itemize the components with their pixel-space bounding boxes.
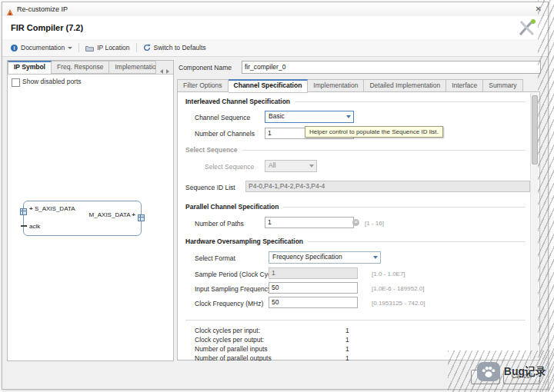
config-tab-bar: Filter Options Channel Specification Imp… (177, 78, 523, 92)
vertical-scrollbar[interactable] (530, 93, 539, 359)
documentation-label: Documentation (21, 44, 65, 51)
tab-implementation-details[interactable]: Implementation Details (109, 61, 156, 74)
summary-row-value: 1 (345, 345, 349, 353)
hardware-section-header: Hardware Oversampling Specification (185, 238, 526, 245)
cancel-button[interactable]: Cancel (503, 370, 540, 384)
switch-to-defaults-button[interactable]: Switch to Defaults (140, 44, 209, 51)
tab-interface[interactable]: Interface (446, 79, 483, 92)
dialog-footer: OK Cancel (2, 361, 548, 389)
parallel-section-header: Parallel Channel Specification (185, 203, 526, 211)
sequence-id-list-label: Sequence ID List (185, 184, 235, 191)
channel-sequence-select[interactable]: Basic (265, 111, 354, 123)
chevron-down-icon (346, 115, 351, 118)
tab-channel-specification[interactable]: Channel Specification (229, 79, 309, 93)
ip-location-label: IP Location (97, 44, 129, 51)
recustomize-ip-dialog: Re-customize IP ✕ FIR Compiler (7.2) i D… (2, 2, 549, 390)
dialog-toolbar: i Documentation IP Location Switch to De… (2, 39, 548, 57)
interleaved-section-header: Interleaved Channel Specification (185, 98, 526, 105)
number-of-paths-range: [1 - 16] (365, 220, 384, 227)
number-of-paths-label: Number of Paths (195, 220, 244, 228)
tab-filter-options[interactable]: Filter Options (177, 79, 229, 92)
chevron-down-icon (309, 164, 314, 168)
scroll-left-icon[interactable] (160, 69, 163, 74)
ip-location-button[interactable]: IP Location (82, 44, 132, 51)
clock-frequency-range: [0.1953125 - 742.0] (372, 300, 425, 307)
ok-button[interactable]: OK (471, 370, 500, 384)
chevron-down-icon (373, 256, 378, 259)
m-axis-data-port-label: M_AXIS_DATA + (89, 211, 135, 218)
tab-ip-symbol[interactable]: IP Symbol (8, 61, 52, 75)
summary-divider (185, 320, 526, 321)
summary-row-label: Number of parallel inputs (195, 345, 268, 353)
ip-symbol-block: + S_AXIS_DATA M_AXIS_DATA + aclk (23, 201, 142, 236)
scroll-right-icon[interactable] (166, 69, 169, 74)
tab-summary[interactable]: Summary (483, 79, 522, 92)
summary-row-value: 1 (345, 336, 349, 344)
folder-icon (85, 45, 94, 51)
title-bar: Re-customize IP ✕ (2, 2, 548, 17)
summary-row-value: 1 (345, 327, 349, 334)
configuration-panel: Component Name fir_compiler_0 Filter Opt… (177, 60, 539, 360)
input-sampling-frequency-input[interactable]: 50 (269, 282, 358, 294)
xilinx-logo (517, 18, 537, 41)
component-name-label: Component Name (179, 64, 232, 71)
toolbar-separator (78, 43, 79, 52)
switch-to-defaults-label: Switch to Defaults (154, 44, 206, 51)
component-name-input[interactable]: fir_compiler_0 (242, 61, 541, 74)
scrollbar-thumb[interactable] (532, 95, 538, 164)
channel-sequence-label: Channel Sequence (195, 114, 250, 121)
left-tab-bar: IP Symbol Freq. Response Implementation … (8, 61, 173, 75)
number-of-paths-input[interactable]: 1 (265, 217, 354, 228)
input-sampling-frequency-range: [1.0E-6 - 189952.0] (372, 285, 425, 292)
m-axis-port-icon[interactable] (138, 211, 145, 224)
tooltip: Helper control to populate the Sequence … (305, 126, 443, 138)
expand-plus-icon[interactable]: + (132, 211, 135, 218)
dialog-header: FIR Compiler (7.2) (2, 16, 548, 40)
refresh-icon (143, 44, 151, 51)
chevron-down-icon (68, 47, 72, 49)
toolbar-separator (136, 43, 137, 52)
show-disabled-ports-checkbox[interactable] (12, 78, 20, 87)
aclk-pin-icon[interactable] (21, 225, 27, 227)
close-icon[interactable]: ✕ (536, 4, 542, 14)
select-sequence-label: Select Sequence (205, 163, 254, 171)
s-axis-data-port-label: + S_AXIS_DATA (29, 205, 75, 212)
tab-implementation[interactable]: Implementation (308, 79, 364, 92)
reset-icon[interactable] (352, 219, 359, 226)
channel-specification-content: Interleaved Channel Specification Channe… (177, 91, 540, 360)
clock-frequency-label: Clock Frequency (MHz) (195, 300, 263, 307)
show-disabled-ports-label: Show disabled ports (22, 78, 82, 85)
sequence-id-list-field: P4-0,P4-1,P4-2,P4-3,P4-4 (245, 181, 530, 192)
select-sequence-select[interactable]: All (265, 160, 317, 172)
documentation-menu[interactable]: i Documentation (8, 44, 75, 51)
aclk-port-label: aclk (29, 223, 40, 230)
ip-symbol-panel: IP Symbol Freq. Response Implementation … (7, 60, 174, 361)
clock-frequency-input[interactable]: 50 (269, 297, 358, 308)
number-of-channels-label: Number of Channels (195, 130, 255, 138)
sample-period-input: 1 (269, 267, 358, 279)
page-title: FIR Compiler (7.2) (11, 23, 83, 32)
tab-freq-response[interactable]: Freq. Response (52, 61, 109, 74)
s-axis-port-icon[interactable] (20, 204, 27, 218)
select-sequence-section-header: Select Sequence (185, 146, 526, 154)
summary-row-label: Clock cycles per output: (195, 336, 264, 344)
expand-plus-icon[interactable]: + (29, 205, 33, 212)
sample-period-range: [1.0 - 1.0E7] (372, 271, 405, 277)
window-title: Re-customize IP (17, 5, 68, 13)
select-format-label: Select Format (195, 254, 235, 262)
info-icon: i (11, 45, 18, 51)
summary-row-label: Clock cycles per input: (195, 327, 260, 334)
tab-scroll-arrows (156, 69, 173, 74)
tab-detailed-implementation[interactable]: Detailed Implementation (364, 79, 446, 92)
select-format-select[interactable]: Frequency Specification (269, 251, 381, 264)
